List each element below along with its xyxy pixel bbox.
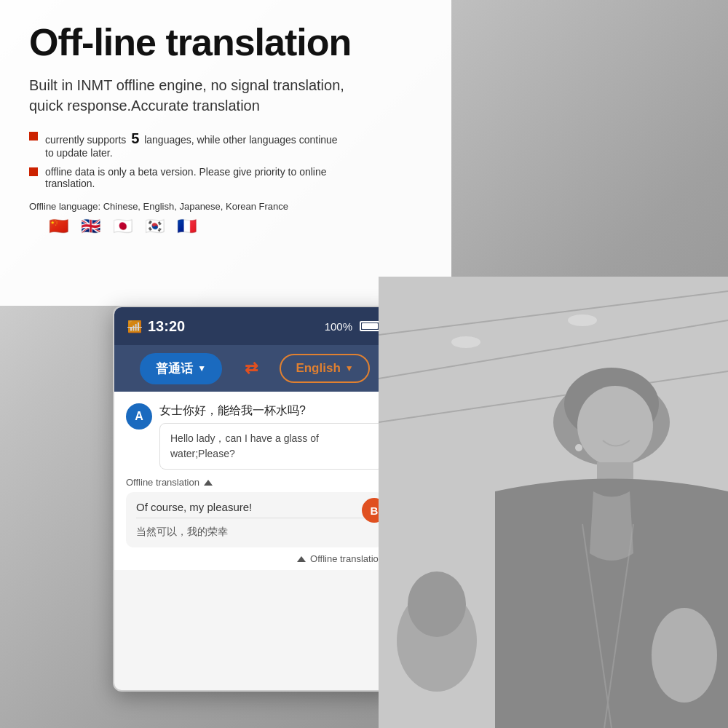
flag-row: 🇨🇳 🇬🇧 🇯🇵 🇰🇷 🇫🇷 bbox=[45, 218, 451, 235]
bubble-b-chinese: 当然可以，我的荣幸 bbox=[136, 523, 373, 539]
svg-point-8 bbox=[577, 386, 653, 466]
flag-french: 🇫🇷 bbox=[173, 218, 199, 235]
feature-item-1: currently supports 5 languages, while ot… bbox=[29, 130, 342, 159]
feature-list: currently supports 5 languages, while ot… bbox=[29, 130, 451, 189]
target-language-button[interactable]: English ▼ bbox=[280, 354, 369, 383]
status-left: 📶 13:20 bbox=[127, 318, 185, 335]
offline-label-a: Offline translation bbox=[126, 477, 199, 488]
target-lang-label: English bbox=[296, 361, 340, 376]
avatar-b-label: B bbox=[371, 505, 379, 517]
bubble-b-wrapper: Of course, my pleasure! 当然可以，我的荣幸 B bbox=[126, 492, 384, 547]
collapse-icon-b[interactable] bbox=[297, 556, 306, 562]
offline-languages-label: Offline language: Chinese, English, Japa… bbox=[29, 201, 451, 212]
page-title: Off-line translation bbox=[29, 22, 451, 63]
wifi-off-icon: 📶 bbox=[127, 320, 142, 333]
svg-point-10 bbox=[575, 444, 582, 451]
offline-tag-b: Offline translation bbox=[126, 553, 384, 564]
avatar-a-label: A bbox=[135, 410, 143, 423]
feature-text-2: offline data is only a beta version. Ple… bbox=[45, 166, 342, 189]
bullet-icon-2 bbox=[29, 167, 38, 176]
bubble-a-box: Hello lady，can I have a glass of water;P… bbox=[159, 423, 384, 470]
language-selector-bar: 普通话 ▼ ⇄ English ▼ bbox=[114, 345, 395, 392]
battery-fill bbox=[362, 323, 378, 329]
background-scene bbox=[379, 277, 728, 728]
language-count: 5 bbox=[131, 130, 139, 146]
svg-point-4 bbox=[451, 336, 480, 348]
chat-bubble-b: Of course, my pleasure! 当然可以，我的荣幸 B bbox=[126, 492, 384, 547]
status-bar: 📶 13:20 100% bbox=[114, 307, 395, 345]
source-lang-label: 普通话 bbox=[156, 360, 193, 377]
avatar-a: A bbox=[126, 403, 152, 430]
feature-text-1: currently supports 5 languages, while ot… bbox=[45, 130, 342, 159]
bullet-icon-1 bbox=[29, 132, 38, 141]
svg-point-5 bbox=[568, 314, 597, 326]
source-lang-dropdown-icon: ▼ bbox=[197, 363, 206, 373]
bubble-a-content: 女士你好，能给我一杯水吗? Hello lady，can I have a gl… bbox=[159, 403, 384, 470]
flag-english: 🇬🇧 bbox=[77, 218, 103, 235]
svg-point-12 bbox=[408, 571, 466, 637]
device-time: 13:20 bbox=[148, 318, 185, 335]
flag-chinese: 🇨🇳 bbox=[45, 218, 71, 235]
source-language-button[interactable]: 普通话 ▼ bbox=[140, 353, 222, 384]
bubble-a-english: Hello lady，can I have a glass of water;P… bbox=[170, 431, 373, 462]
svg-point-13 bbox=[652, 608, 717, 703]
header-section: Off-line translation Built in INMT offli… bbox=[29, 22, 451, 235]
bubble-b-english: Of course, my pleasure! bbox=[136, 501, 373, 518]
swap-languages-icon[interactable]: ⇄ bbox=[245, 359, 258, 378]
battery-percent: 100% bbox=[325, 320, 352, 333]
flag-korean: 🇰🇷 bbox=[141, 218, 167, 235]
page-subtitle: Built in INMT offline engine, no signal … bbox=[29, 75, 379, 116]
device-mockup: 📶 13:20 100% 普通话 ▼ ⇄ English bbox=[113, 306, 397, 692]
flag-japanese: 🇯🇵 bbox=[109, 218, 135, 235]
collapse-icon-a[interactable] bbox=[204, 480, 213, 486]
target-lang-dropdown-icon: ▼ bbox=[345, 363, 354, 373]
bubble-a-chinese: 女士你好，能给我一杯水吗? bbox=[159, 403, 384, 419]
chat-area: A 女士你好，能给我一杯水吗? Hello lady，can I have a … bbox=[114, 392, 395, 570]
battery-body bbox=[360, 321, 380, 331]
offline-tag-a: Offline translation bbox=[126, 477, 384, 488]
chat-bubble-a: A 女士你好，能给我一杯水吗? Hello lady，can I have a … bbox=[126, 403, 384, 470]
offline-label-b: Offline translation bbox=[310, 553, 384, 564]
status-right: 100% bbox=[325, 320, 382, 333]
feature-item-2: offline data is only a beta version. Ple… bbox=[29, 166, 342, 189]
